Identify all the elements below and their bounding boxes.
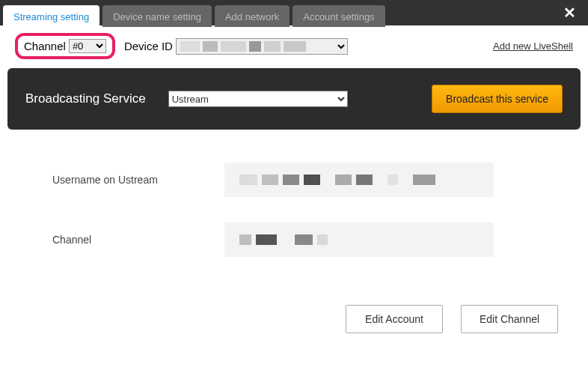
- channel-field-label: Channel: [52, 234, 224, 246]
- channel-label: Channel: [24, 40, 66, 52]
- tab-add-network[interactable]: Add network: [215, 5, 290, 27]
- channel-value-redacted: [224, 222, 494, 257]
- tab-account-settings[interactable]: Account settings: [293, 5, 385, 27]
- device-id-label: Device ID: [124, 40, 173, 52]
- tab-bar: Streaming setting Device name setting Ad…: [0, 0, 588, 25]
- channel-device-row: Channel #0 Device ID Add new LiveShell: [0, 25, 588, 64]
- tab-streaming-setting[interactable]: Streaming setting: [3, 5, 99, 27]
- action-buttons: Edit Account Edit Channel: [0, 297, 588, 341]
- username-label: Username on Ustream: [52, 174, 224, 186]
- service-form: Username on Ustream Channel: [0, 130, 588, 297]
- add-new-liveshell-link[interactable]: Add new LiveShell: [493, 40, 573, 52]
- row-channel: Channel: [52, 222, 536, 257]
- broadcasting-service-label: Broadcasting Service: [25, 91, 146, 106]
- edit-channel-button[interactable]: Edit Channel: [461, 305, 558, 333]
- broadcasting-service-bar: Broadcasting Service Ustream Broadcast t…: [7, 68, 581, 130]
- channel-select[interactable]: #0: [69, 39, 106, 53]
- broadcasting-service-select[interactable]: Ustream: [168, 91, 348, 107]
- device-id-select[interactable]: [176, 38, 348, 55]
- tab-device-name-setting[interactable]: Device name setting: [102, 5, 212, 27]
- channel-selector-highlight: Channel #0: [15, 33, 115, 59]
- username-value-redacted: [224, 163, 494, 197]
- settings-modal: Streaming setting Device name setting Ad…: [0, 0, 588, 376]
- broadcast-this-service-button[interactable]: Broadcast this service: [432, 85, 563, 113]
- row-username: Username on Ustream: [52, 163, 536, 197]
- edit-account-button[interactable]: Edit Account: [346, 305, 443, 333]
- close-icon[interactable]: ✕: [554, 4, 585, 22]
